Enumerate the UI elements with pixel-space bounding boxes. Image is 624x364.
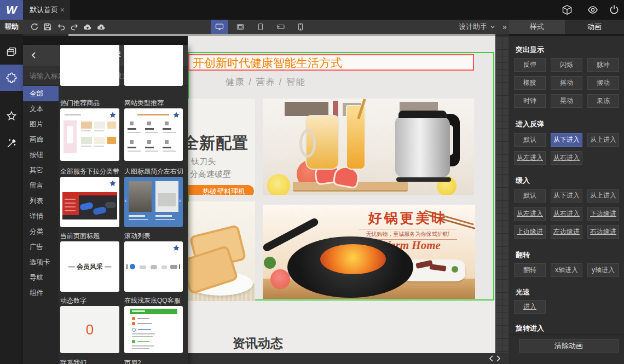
anim-btn-from-top[interactable]: 从上进入 [587, 133, 619, 147]
save-icon[interactable] [43, 22, 52, 31]
page-tab[interactable]: 默认首页 × [23, 0, 70, 20]
device-laptop-icon[interactable] [236, 22, 245, 31]
category-nav[interactable]: 导航 [23, 270, 59, 285]
canvas-vscrollbar[interactable] [495, 36, 509, 353]
category-ad[interactable]: 广告 [23, 239, 59, 255]
redo-icon[interactable] [70, 22, 79, 31]
plugin-card-big-image-slider[interactable]: ‹ › [124, 177, 183, 227]
components-cube-icon[interactable] [562, 4, 573, 15]
category-components[interactable]: 组件 [23, 285, 59, 301]
plugin-card-scroll-list[interactable] [124, 241, 183, 292]
ease-btn-right-edge[interactable]: 右边缘进 [587, 225, 619, 239]
undo-icon[interactable] [57, 22, 66, 31]
animation-panel: 突出显示 反弹 闪烁 脉冲 橡胶 摇动 摆动 时钟 晃动 果冻 进入反弹 默认 … [509, 36, 624, 364]
canvas-page-subtitle[interactable]: 健康 / 营养 / 智能 [226, 77, 306, 88]
juice-pitcher [305, 115, 339, 170]
category-button[interactable]: 按钮 [23, 147, 59, 163]
plugin-card-dropdown-nav[interactable] [60, 177, 119, 227]
device-phone-portrait-icon[interactable] [296, 22, 305, 31]
kettle-product-image[interactable] [263, 99, 474, 195]
tab-animation[interactable]: 动画 [565, 20, 624, 34]
cloud-download-icon[interactable] [97, 22, 106, 31]
category-detail[interactable]: 详情 [23, 209, 59, 224]
ease-btn-default[interactable]: 默认 [514, 189, 546, 203]
plugin-card-hot-products[interactable] [60, 108, 119, 161]
ease-btn-from-right[interactable]: 从右进入 [551, 207, 582, 221]
anim-btn-from-left[interactable]: 从左进入 [514, 151, 546, 165]
anim-btn-rubber[interactable]: 橡胶 [514, 76, 546, 90]
lemon [267, 174, 290, 195]
favorites-star-icon[interactable] [6, 111, 17, 122]
plugin-card-cutoff[interactable] [124, 45, 183, 86]
category-image[interactable]: 图片 [23, 117, 59, 132]
plugin-card-site-types[interactable] [124, 108, 183, 161]
design-assistant-dropdown[interactable]: 设计助手 [459, 20, 495, 34]
lightspeed-btn-enter[interactable]: 进入 [514, 300, 546, 314]
preview-text: — 会员风采 — [68, 262, 112, 271]
power-icon[interactable] [609, 4, 620, 15]
anim-btn-clock[interactable]: 时钟 [514, 94, 546, 108]
anim-btn-shake[interactable]: 摇动 [551, 76, 582, 90]
tab-style[interactable]: 样式 [509, 20, 565, 34]
anim-btn-from-right[interactable]: 从右进入 [551, 151, 582, 165]
plugin-card-dynamic-number[interactable]: 0 [60, 306, 119, 353]
juice-glass [346, 105, 366, 170]
pages-icon[interactable] [6, 47, 17, 57]
anim-btn-pulse[interactable]: 脉冲 [587, 58, 619, 72]
device-desktop-icon[interactable] [215, 22, 224, 31]
category-list[interactable]: 列表 [23, 193, 59, 209]
wok-banner-image[interactable]: 好锅更美味 无忧购物，至诚服务为你保驾护航! Warm Home [263, 205, 475, 299]
banner-line2: 分高速破壁 [190, 169, 231, 180]
flip-btn[interactable]: 翻转 [514, 263, 546, 277]
puzzle-plugins-icon[interactable] [6, 72, 17, 83]
category-classify[interactable]: 分类 [23, 224, 59, 239]
tab-close-icon[interactable]: × [60, 5, 65, 14]
plugin-label: 当前页面标题 [60, 232, 119, 241]
device-tablet-icon[interactable] [256, 22, 265, 31]
ease-btn-from-top[interactable]: 从上进入 [587, 189, 619, 203]
plugin-card-qq-service[interactable] [124, 306, 183, 353]
favorite-star-icon [172, 111, 180, 119]
anim-btn-wobble[interactable]: 晃动 [551, 94, 582, 108]
anim-btn-bounce[interactable]: 反弹 [514, 58, 546, 72]
category-message[interactable]: 留言 [23, 178, 59, 193]
plugin-card-page-title[interactable]: — 会员风采 — [60, 241, 119, 292]
plugin-label: 热门推荐商品 [60, 99, 119, 108]
device-phone-landscape-icon[interactable] [276, 22, 285, 31]
anim-btn-from-bottom-selected[interactable]: 从下进入 [551, 133, 582, 147]
product-banner-left[interactable]: 全新配置 钛刀头 分高速破壁 热破壁料理机 [188, 99, 255, 195]
category-gallery[interactable]: 画廊 [23, 132, 59, 147]
ease-btn-from-bottom[interactable]: 从下进入 [551, 189, 582, 203]
flip-btn-y-axis[interactable]: y轴进入 [587, 263, 619, 277]
toast-image[interactable] [188, 201, 255, 301]
cloud-upload-icon[interactable] [83, 22, 92, 31]
ease-btn-top-edge[interactable]: 上边缘进 [514, 225, 546, 239]
code-view-icon[interactable] [489, 355, 501, 362]
refresh-icon[interactable] [30, 22, 39, 31]
plugin-label: 全部服务下拉分类带... [60, 167, 119, 176]
news-heading[interactable]: 资讯动态 [233, 335, 283, 352]
category-tabs[interactable]: 选项卡 [23, 255, 59, 270]
category-text[interactable]: 文本 [23, 101, 59, 117]
ease-btn-bottom-edge[interactable]: 下边缘进 [587, 207, 619, 221]
anim-btn-jelly[interactable]: 果冻 [587, 94, 619, 108]
canvas-page-title[interactable]: 开创新时代健康智能生活方式 [193, 55, 342, 71]
ease-btn-from-left[interactable]: 从左进入 [514, 207, 546, 221]
preview-eye-icon[interactable] [587, 4, 598, 15]
plugin-card-cutoff[interactable] [60, 45, 119, 86]
more-panels-button[interactable]: » [502, 20, 507, 34]
category-all[interactable]: 全部 [23, 86, 59, 101]
banner-button[interactable]: 热破壁料理机 [188, 185, 254, 195]
anim-btn-swing[interactable]: 摆动 [587, 76, 619, 90]
back-chevron-icon[interactable] [23, 45, 45, 66]
flip-btn-x-axis[interactable]: x轴进入 [551, 263, 582, 277]
anim-btn-flash[interactable]: 闪烁 [551, 58, 582, 72]
category-other[interactable]: 其它 [23, 163, 59, 178]
magic-wand-icon[interactable] [6, 138, 17, 149]
ease-btn-left-edge[interactable]: 左边缘进 [551, 225, 582, 239]
clear-animation-button[interactable]: 清除动画 [519, 339, 619, 353]
help-menu[interactable]: 帮助 [0, 20, 23, 34]
anim-btn-default[interactable]: 默认 [514, 133, 546, 147]
section-light-speed: 光速 [516, 287, 530, 297]
section-flip: 翻转 [516, 250, 530, 260]
